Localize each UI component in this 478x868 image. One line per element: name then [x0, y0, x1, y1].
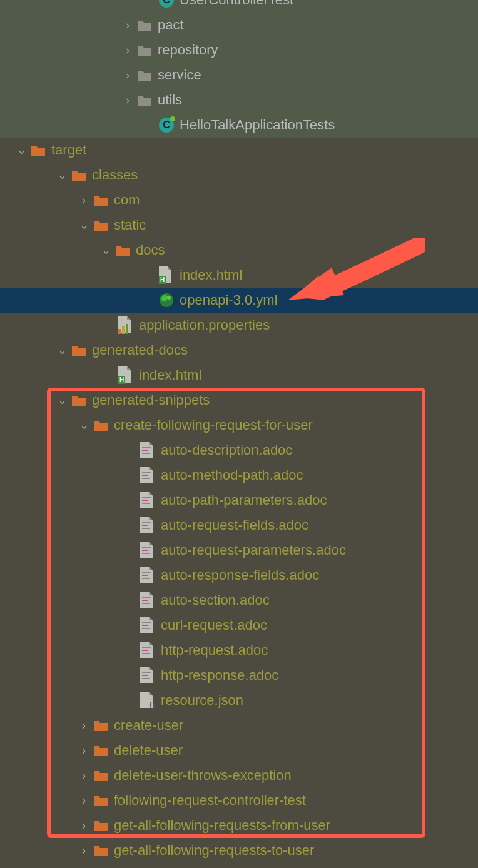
- folder-icon: [93, 792, 109, 809]
- tree-row[interactable]: ›get-all-following-requests-from-user: [0, 813, 478, 838]
- tree-item-label: repository: [158, 42, 218, 58]
- tree-row[interactable]: ·curl-request.adoc: [0, 613, 478, 638]
- adoc-file-icon: [140, 592, 156, 608]
- folder-icon: [93, 767, 109, 784]
- tree-row[interactable]: ·auto-section.adoc: [0, 588, 478, 613]
- tree-row[interactable]: ›utils: [0, 88, 478, 113]
- folder-icon: [93, 417, 109, 433]
- tree-item-label: auto-request-fields.adoc: [161, 517, 308, 533]
- chevron-right-icon[interactable]: ›: [119, 19, 136, 32]
- chevron-right-icon[interactable]: ›: [75, 194, 93, 207]
- tree-item-label: com: [114, 192, 140, 208]
- folder-icon: [136, 67, 153, 83]
- chevron-right-icon[interactable]: ›: [75, 769, 93, 782]
- tree-row[interactable]: ·Hindex.html: [0, 363, 478, 388]
- tree-item-label: UserControllerTest: [180, 0, 293, 8]
- folder-icon: [136, 17, 153, 33]
- tree-row[interactable]: ⌄generated-snippets: [0, 388, 478, 413]
- tree-row[interactable]: ·Hindex.html: [0, 263, 478, 288]
- chevron-right-icon[interactable]: ›: [75, 844, 93, 857]
- chevron-down-icon[interactable]: ⌄: [53, 168, 71, 182]
- folder-icon: [71, 392, 87, 408]
- tree-row[interactable]: ›delete-user-throws-exception: [0, 763, 478, 788]
- tree-row[interactable]: ›following-request-controller-test: [0, 788, 478, 813]
- tree-row[interactable]: ›get-all-following-requests-to-user: [0, 838, 478, 863]
- adoc-file-icon: [140, 642, 156, 659]
- tree-row[interactable]: ›repository: [0, 38, 478, 63]
- tree-item-label: auto-section.adoc: [161, 592, 270, 608]
- tree-row[interactable]: ·auto-request-parameters.adoc: [0, 538, 478, 563]
- chevron-right-icon[interactable]: ›: [119, 94, 136, 107]
- tree-row[interactable]: ·http-request.adoc: [0, 638, 478, 663]
- tree-row[interactable]: ·openapi-3.0.yml: [0, 288, 478, 313]
- tree-item-label: resource.json: [161, 692, 243, 709]
- adoc-file-icon: [140, 667, 156, 684]
- tree-row[interactable]: ⌄static: [0, 213, 478, 238]
- tree-item-label: get-all-following-requests-from-user: [114, 817, 330, 834]
- yml-file-icon: [158, 292, 175, 308]
- chevron-right-icon[interactable]: ›: [75, 744, 93, 757]
- tree-item-label: auto-request-parameters.adoc: [161, 542, 346, 558]
- chevron-right-icon[interactable]: ›: [119, 69, 136, 82]
- tree-row[interactable]: ·application.properties: [0, 313, 478, 338]
- folder-icon: [93, 717, 109, 734]
- tree-item-label: create-user: [114, 717, 183, 734]
- tree-item-label: classes: [92, 167, 138, 183]
- tree-item-label: generated-docs: [92, 342, 188, 358]
- tree-row[interactable]: ⌄generated-docs: [0, 338, 478, 363]
- tree-row[interactable]: ·http-response.adoc: [0, 663, 478, 688]
- tree-item-label: utils: [158, 92, 182, 108]
- tree-row[interactable]: ·{}resource.json: [0, 688, 478, 713]
- tree-item-label: curl-request.adoc: [161, 617, 267, 633]
- folder-icon: [93, 842, 109, 859]
- tree-row[interactable]: ›create-user: [0, 713, 478, 738]
- project-tree[interactable]: ·CUserControllerTest›pact›repository›ser…: [0, 0, 478, 863]
- tree-row[interactable]: ·auto-response-fields.adoc: [0, 563, 478, 588]
- tree-row[interactable]: ·CHelloTalkApplicationTests: [0, 113, 478, 138]
- folder-icon: [93, 742, 109, 759]
- adoc-file-icon: [140, 567, 156, 583]
- tree-item-label: delete-user-throws-exception: [114, 767, 292, 784]
- tree-row[interactable]: ⌄docs: [0, 238, 478, 263]
- tree-item-label: create-following-request-for-user: [114, 417, 313, 433]
- chevron-down-icon[interactable]: ⌄: [97, 243, 114, 257]
- html-file-icon: H: [118, 367, 134, 383]
- tree-row[interactable]: ·auto-path-parameters.adoc: [0, 488, 478, 513]
- tree-item-label: generated-snippets: [92, 392, 210, 408]
- tree-row[interactable]: ›service: [0, 63, 478, 88]
- tree-item-label: static: [114, 217, 146, 233]
- chevron-down-icon[interactable]: ⌄: [75, 218, 93, 232]
- tree-row[interactable]: ›com: [0, 188, 478, 213]
- tree-row[interactable]: ·CUserControllerTest: [0, 0, 478, 13]
- adoc-file-icon: [140, 542, 156, 558]
- tree-item-label: get-all-following-requests-to-user: [114, 842, 314, 859]
- tree-row[interactable]: ›pact: [0, 13, 478, 38]
- folder-icon: [71, 342, 87, 358]
- folder-icon: [93, 192, 109, 208]
- chevron-right-icon[interactable]: ›: [75, 719, 93, 732]
- properties-file-icon: [118, 317, 134, 333]
- tree-row[interactable]: ⌄classes: [0, 163, 478, 188]
- chevron-down-icon[interactable]: ⌄: [13, 143, 30, 157]
- class-icon: C: [158, 0, 175, 8]
- chevron-down-icon[interactable]: ⌄: [53, 393, 71, 407]
- adoc-file-icon: [140, 617, 156, 633]
- tree-row[interactable]: ·auto-request-fields.adoc: [0, 513, 478, 538]
- tree-row[interactable]: ›delete-user: [0, 738, 478, 763]
- tree-item-label: target: [51, 142, 86, 158]
- tree-item-label: delete-user: [114, 742, 183, 759]
- tree-item-label: service: [158, 67, 201, 83]
- tree-item-label: http-response.adoc: [161, 667, 278, 684]
- folder-icon: [30, 142, 46, 158]
- chevron-down-icon[interactable]: ⌄: [53, 343, 71, 357]
- chevron-down-icon[interactable]: ⌄: [75, 418, 93, 432]
- tree-row[interactable]: ·auto-method-path.adoc: [0, 463, 478, 488]
- tree-item-label: HelloTalkApplicationTests: [180, 117, 335, 133]
- chevron-right-icon[interactable]: ›: [75, 819, 93, 832]
- folder-icon: [136, 42, 153, 58]
- tree-row[interactable]: ⌄target: [0, 138, 478, 163]
- tree-row[interactable]: ·auto-description.adoc: [0, 438, 478, 463]
- tree-row[interactable]: ⌄create-following-request-for-user: [0, 413, 478, 438]
- chevron-right-icon[interactable]: ›: [75, 794, 93, 807]
- chevron-right-icon[interactable]: ›: [119, 44, 136, 57]
